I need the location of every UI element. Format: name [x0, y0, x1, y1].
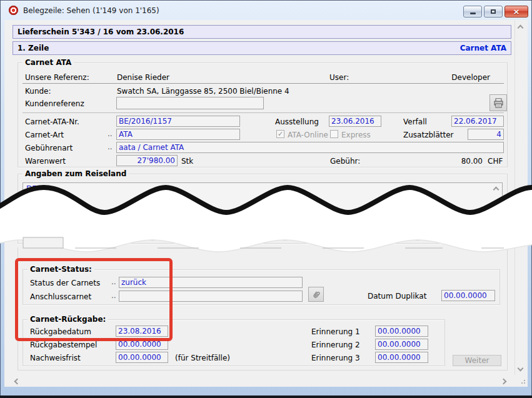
- attach-button[interactable]: [308, 287, 324, 302]
- zusatzblaetter-label: Zusatzblätter: [403, 131, 453, 139]
- gebuehrenart-lookup-dots[interactable]: ..: [108, 142, 113, 151]
- paperclip-icon: [312, 290, 321, 299]
- carnet-rueckgabe-legend: Carnet-Rückgabe:: [28, 315, 108, 324]
- carnet-ata-legend: Carnet ATA: [23, 58, 74, 67]
- minimize-button[interactable]: [463, 6, 482, 17]
- rueckgabestempel-input[interactable]: [116, 339, 168, 350]
- maximize-icon: [491, 9, 496, 14]
- print-button[interactable]: [489, 94, 507, 111]
- erinnerung-3-label: Erinnerung 3: [311, 354, 360, 362]
- anschlusscarnet-lookup-dots[interactable]: ..: [111, 291, 116, 300]
- nachweisfrist-label: Nachweisfrist: [30, 354, 81, 362]
- gebuehrenart-label: Gebührenart: [25, 144, 73, 152]
- gebuehr-currency: CHF: [488, 157, 503, 166]
- vertical-scrollbar[interactable]: [514, 21, 528, 375]
- erinnerung-3-input[interactable]: [375, 352, 428, 363]
- carnet-ata-nr-input[interactable]: [116, 116, 240, 127]
- erinnerung-1-input[interactable]: [375, 326, 428, 337]
- erinnerung-1-label: Erinnerung 1: [311, 327, 360, 336]
- separator: [23, 112, 504, 113]
- unsere-referenz-label: Unsere Referenz:: [25, 73, 89, 82]
- reiseland-textarea[interactable]: DE: [23, 182, 503, 241]
- unsere-referenz-value: Denise Rieder: [117, 73, 169, 82]
- reiseland-value: DE: [26, 184, 37, 193]
- ata-online-label: ATA-Online: [288, 131, 328, 139]
- application-window: Belegzeile: Sehen (1'149 von 1'165) × Li…: [0, 0, 532, 398]
- warenwert-label: Warenwert: [25, 157, 66, 166]
- kundenreferenz-input[interactable]: [116, 97, 264, 109]
- horizontal-scrollbar[interactable]: [5, 376, 515, 387]
- gebuehr-value: 80.00: [400, 157, 483, 166]
- check-icon: ✓: [277, 131, 284, 138]
- status-der-carnets-input[interactable]: [119, 277, 303, 288]
- zusatzblaetter-input[interactable]: [468, 129, 504, 140]
- page-title: Lieferschein 5'343 / 16 vom 23.06.2016: [18, 27, 184, 36]
- close-button[interactable]: ×: [504, 6, 528, 17]
- datum-duplikat-label: Datum Duplikat: [368, 292, 426, 301]
- window-title: Belegzeile: Sehen (1'149 von 1'165): [23, 6, 159, 15]
- gebuehr-label: Gebühr:: [330, 157, 360, 166]
- textarea-scroll-up-icon[interactable]: [493, 187, 499, 193]
- line-header: 1. Zeile Carnet ATA: [13, 41, 511, 55]
- status-der-carnets-lookup-dots[interactable]: ..: [111, 277, 116, 286]
- nachweisfrist-input[interactable]: [116, 352, 168, 363]
- gebuehrenart-input[interactable]: [116, 142, 504, 153]
- window-bottom-edge: [0, 396, 532, 398]
- carnet-art-input[interactable]: [116, 129, 240, 140]
- erinnerung-2-input[interactable]: [375, 339, 428, 350]
- reiseland-legend: Angaben zum Reiseland: [23, 169, 129, 178]
- titlebar[interactable]: Belegzeile: Sehen (1'149 von 1'165) ×: [0, 0, 532, 20]
- status-der-carnets-label: Status der Carnets: [30, 279, 100, 287]
- express-checkbox[interactable]: [330, 130, 338, 138]
- carnet-ata-nr-label: Carnet-ATA-Nr.: [25, 117, 79, 126]
- printer-icon: [493, 98, 504, 108]
- rueckgabedatum-input[interactable]: [116, 326, 168, 337]
- nachweisfrist-hint: (für Streitfälle): [175, 354, 230, 362]
- verfall-label: Verfall: [403, 117, 427, 126]
- kunde-value: Swatch SA, Länggasse 85, 2500 Biel/Bienn…: [117, 87, 289, 96]
- kunde-label: Kunde:: [25, 87, 51, 96]
- bullseye-icon: [9, 6, 18, 15]
- rueckgabedatum-label: Rückgabedatum: [30, 327, 91, 336]
- warenwert-unit-label: Stk: [181, 157, 193, 166]
- rueckgabestempel-label: Rückgabestempel: [30, 341, 97, 349]
- warenwert-input[interactable]: [116, 155, 178, 166]
- line-label: 1. Zeile: [18, 44, 49, 52]
- anschlusscarnet-input[interactable]: [119, 291, 303, 302]
- separator: [23, 83, 504, 84]
- user-label: User:: [329, 73, 349, 82]
- carnet-status-legend: Carnet-Status:: [28, 265, 94, 274]
- minimize-icon: [470, 12, 476, 14]
- document-header: Lieferschein 5'343 / 16 vom 23.06.2016: [13, 25, 511, 39]
- carnet-art-lookup-dots[interactable]: ..: [108, 129, 113, 138]
- ausstellung-input[interactable]: [329, 116, 381, 127]
- weiter-button[interactable]: Weiter: [453, 355, 501, 366]
- carnet-art-label: Carnet-Art: [25, 131, 64, 139]
- user-value: Developer: [400, 73, 490, 82]
- line-type-label: Carnet ATA: [460, 44, 506, 52]
- datum-duplikat-input[interactable]: [441, 290, 495, 301]
- close-icon: ×: [505, 7, 528, 17]
- kundenreferenz-label: Kundenreferenz: [25, 99, 84, 108]
- ausstellung-label: Ausstellung: [275, 117, 319, 126]
- maximize-button[interactable]: [484, 6, 503, 17]
- ata-online-checkbox[interactable]: ✓: [276, 130, 284, 138]
- anschlusscarnet-label: Anschlusscarnet: [30, 292, 91, 301]
- verfall-input[interactable]: [451, 116, 504, 127]
- express-label: Express: [341, 131, 371, 139]
- erinnerung-2-label: Erinnerung 2: [311, 341, 360, 349]
